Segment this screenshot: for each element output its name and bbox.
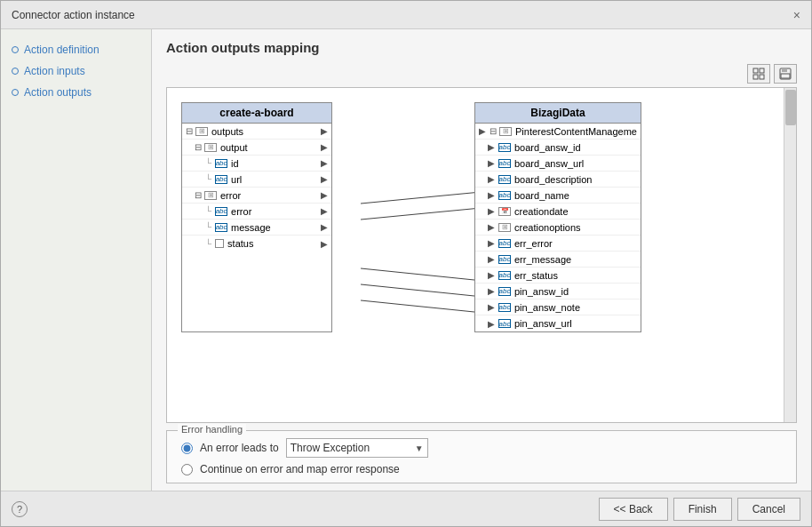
field-label: pin_answ_id	[514, 286, 569, 297]
footer-left: ?	[12, 501, 28, 517]
page-title: Action outputs mapping	[166, 40, 797, 55]
abc-icon: abc	[498, 191, 511, 200]
error-leads-to-radio[interactable]	[181, 443, 193, 454]
abc-icon: abc	[215, 175, 227, 184]
mapping-area: create-a-board ⊟ ⊞ outputs ▶	[166, 87, 797, 423]
arrow-icon: ▶	[321, 222, 328, 232]
continue-on-error-radio[interactable]	[181, 464, 193, 475]
abc-icon: abc	[498, 271, 511, 280]
dialog-body: Action definition Action inputs Action o…	[1, 29, 811, 491]
sidebar-item-action-inputs[interactable]: Action inputs	[12, 65, 140, 77]
field-label: creationoptions	[514, 222, 581, 233]
arrow-in-icon: ▶	[488, 238, 495, 248]
svg-rect-5	[782, 68, 787, 72]
table-row: └ abc url ▶	[182, 172, 331, 188]
table-row: ⊟ ⊞ error ▶	[182, 188, 331, 204]
tree-branch-icon: └	[205, 174, 211, 184]
toolbar	[166, 64, 797, 84]
field-label: url	[231, 174, 242, 185]
abc-icon: abc	[215, 159, 227, 168]
dialog: Connector action instance × Action defin…	[0, 0, 812, 527]
table-row: ▶ abc err_message	[475, 252, 641, 267]
table-row: └ abc id ▶	[182, 156, 331, 172]
sidebar-dot-1	[12, 46, 19, 53]
dropdown-value: Throw Exception	[291, 442, 370, 454]
svg-rect-3	[760, 75, 764, 79]
help-button[interactable]: ?	[12, 501, 28, 517]
arrow-icon: ▶	[321, 239, 328, 249]
sidebar-label-action-definition: Action definition	[24, 44, 100, 56]
expand-icon[interactable]: ⊟	[195, 190, 202, 200]
back-button[interactable]: << Back	[599, 498, 668, 521]
field-label: creationdate	[514, 206, 569, 217]
arrow-in-icon: ▶	[488, 206, 495, 216]
abc-icon: abc	[498, 143, 511, 152]
sidebar-item-action-definition[interactable]: Action definition	[12, 44, 140, 56]
field-label: board_answ_url	[514, 158, 584, 169]
arrow-icon: ▶	[321, 142, 328, 152]
save-icon	[779, 68, 792, 80]
dropdown-arrow-icon: ▼	[415, 443, 424, 453]
arrow-icon: ▶	[321, 126, 328, 136]
error-handling-legend: Error handling	[178, 424, 246, 435]
field-label: PinterestContentManageme	[515, 126, 637, 137]
table-row: ⊟ ⊞ output ▶	[182, 140, 331, 156]
sidebar-label-action-outputs: Action outputs	[24, 86, 92, 99]
save-button[interactable]	[774, 64, 797, 84]
grid-icon: ⊞	[195, 127, 208, 136]
right-table: BizagiData ▶ ⊟ ⊞ PinterestContentManagem…	[474, 102, 641, 332]
tree-branch-icon: └	[205, 222, 211, 232]
field-label: error	[220, 190, 241, 201]
left-table: create-a-board ⊟ ⊞ outputs ▶	[181, 102, 332, 332]
field-label: message	[231, 222, 271, 233]
arrow-in-icon: ▶	[488, 174, 495, 184]
field-label: error	[231, 206, 251, 217]
continue-on-error-label: Continue on error and map error response	[200, 463, 400, 475]
abc-icon: abc	[498, 239, 511, 248]
table-row: ▶ abc err_status	[475, 267, 641, 283]
svg-rect-0	[753, 68, 758, 73]
sidebar-dot-3	[12, 89, 19, 96]
tree-branch-icon: └	[205, 158, 211, 168]
arrow-icon: ▶	[321, 206, 328, 216]
arrow-in-icon: ▶	[488, 270, 495, 280]
close-button[interactable]: ×	[793, 9, 800, 21]
abc-icon: abc	[498, 159, 511, 168]
field-label: output	[220, 142, 248, 153]
title-bar: Connector action instance ×	[1, 1, 811, 29]
grid-icon: ⊞	[498, 223, 511, 232]
field-label: err_status	[514, 270, 558, 281]
arrow-in-icon: ▶	[488, 190, 495, 200]
grid-icon: ⊞	[204, 143, 217, 152]
arrow-in-icon: ▶	[488, 254, 495, 264]
abc-icon: abc	[498, 303, 511, 312]
expand-icon[interactable]: ⊟	[490, 126, 497, 136]
sidebar-item-action-outputs[interactable]: Action outputs	[12, 86, 140, 99]
tree-branch-icon: └	[205, 239, 211, 249]
abc-icon: abc	[498, 175, 511, 184]
abc-icon: abc	[498, 255, 511, 264]
arrow-in-icon: ▶	[488, 319, 495, 329]
field-label: err_message	[514, 254, 571, 265]
main-content: Action outputs mapping	[152, 29, 811, 491]
footer-right: << Back Finish Cancel	[599, 498, 800, 521]
sidebar: Action definition Action inputs Action o…	[1, 29, 152, 491]
arrow-in-icon: ▶	[488, 222, 495, 232]
table-row: ▶ ⊞ creationoptions	[475, 220, 641, 236]
expand-icon[interactable]: ⊟	[186, 126, 193, 136]
table-row: ▶ abc board_answ_id	[475, 140, 641, 156]
field-label: board_name	[514, 190, 569, 201]
finish-button[interactable]: Finish	[673, 498, 732, 521]
arrow-icon: ▶	[321, 158, 328, 168]
layout-button[interactable]	[747, 64, 770, 84]
arrow-in-icon: ▶	[479, 126, 486, 136]
grid-icon: ⊞	[204, 191, 217, 200]
field-label: pin_answ_url	[514, 318, 572, 329]
arrow-in-icon: ▶	[488, 302, 495, 312]
error-leads-to-label: An error leads to	[200, 442, 279, 454]
footer: ? << Back Finish Cancel	[1, 491, 811, 526]
arrow-in-icon: ▶	[488, 142, 495, 152]
expand-icon[interactable]: ⊟	[195, 142, 202, 152]
throw-exception-dropdown[interactable]: Throw Exception ▼	[286, 438, 428, 458]
cancel-button[interactable]: Cancel	[737, 498, 800, 521]
